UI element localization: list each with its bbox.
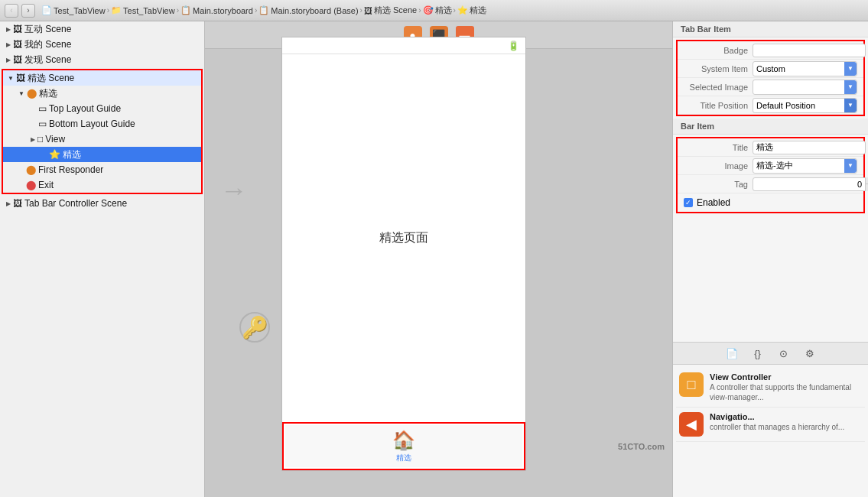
scene-发现[interactable]: ▶ 🖼 发现 Scene [0,52,204,67]
tag-stepper: ▲ ▼ [865,177,868,191]
first-responder[interactable]: ⬤ First Responder [3,162,201,177]
key-connector: 🔑 [239,312,270,343]
battery-icon: 🔋 [508,41,519,51]
arrow-connector: → [220,174,248,206]
expand-icon: ▼ [8,75,14,82]
scene-icon-5: 🖼 [364,6,372,15]
badge-input[interactable] [753,44,866,57]
scene-tab-bar-controller[interactable]: ▶ 🖼 Tab Bar Controller Scene [0,196,204,211]
scene-icon: 🖼 [13,54,22,65]
breadcrumb-item-3[interactable]: 📋 Main.storyboard [180,5,253,15]
dropdown-arrow-icon: ▼ [844,62,857,76]
guide-icon: ▭ [38,119,47,129]
navigation-controller-desc: controller that manages a hierarchy of..… [710,422,862,432]
system-item-select[interactable]: Custom ▼ [753,61,857,76]
bar-item-section-title: Bar Item [673,119,868,135]
view-controller-name: View Controller [710,372,862,382]
code-inspector-tab[interactable]: {} [749,344,767,362]
target-inspector-tab[interactable]: ⊙ [775,344,793,362]
title-label: Title [684,143,753,152]
scene-tree-sidebar: ▶ 🖼 互动 Scene ▶ 🖼 我的 Scene ▶ 🖼 发现 Scene ▼… [0,21,205,497]
badge-label: Badge [684,46,753,55]
collapse-icon: ▶ [6,41,11,48]
right-panel-spacer [673,216,868,342]
canvas-area: ● ⬛ ▬ → 🔑 🔋 精选页面 [205,21,672,497]
view-item[interactable]: ▶ □ View [3,132,201,147]
device-main-content: 精选页面 [282,54,525,421]
controller-icon: ⬤ [27,88,37,99]
title-position-select[interactable]: Default Position ▼ [753,98,857,113]
dropdown-arrow-icon-4: ▼ [844,159,857,173]
tab-item-精选[interactable]: 🏠 精选 [377,427,431,466]
breadcrumb-item-7[interactable]: ⭐ 精选 [457,5,486,16]
storyboard-icon-4: 📋 [258,5,269,15]
image-select[interactable]: 精选-选中 ▼ [753,158,857,174]
image-row: Image 精选-选中 ▼ [678,157,863,175]
view-controller-icon: □ [679,372,704,397]
scene-精选[interactable]: ▼ 🖼 精选 Scene [3,70,201,86]
selected-image-row: Selected Image ▼ [678,78,863,96]
ios-simulator: 🔋 精选页面 🏠 精选 [281,37,526,471]
top-bar: ‹ › 📄 Test_TabView › 📁 Test_TabView › 📋 … [0,0,868,21]
controller-icon-6: 🎯 [423,5,434,15]
star-icon: ⭐ [49,149,60,160]
breadcrumb-item-4[interactable]: 📋 Main.storyboard (Base) [258,5,358,15]
right-panel: Tab Bar Item Badge System Item Custom ▼ … [672,21,868,497]
folder-icon-2: 📁 [111,5,122,15]
selected-image-select[interactable]: ▼ [753,80,857,95]
title-row: Title [678,138,863,157]
tag-row: Tag ▲ ▼ [678,175,863,193]
component-list: □ View Controller A controller that supp… [673,365,868,497]
scene-icon: 🖼 [13,198,22,209]
exit-item[interactable]: ⬤ Exit [3,177,201,193]
scene-互动[interactable]: ▶ 🖼 互动 Scene [0,21,204,37]
tab-bar-item-section-title: Tab Bar Item [673,21,868,37]
tag-input-wrap: ▲ ▼ [753,177,868,191]
back-button[interactable]: ‹ [5,4,18,18]
storyboard-icon-3: 📋 [180,5,191,15]
collapse-icon: ▶ [6,57,11,63]
view-controller-component[interactable]: □ View Controller A controller that supp… [676,368,865,408]
status-bar: 🔋 [282,37,525,54]
breadcrumb-item-6[interactable]: 🎯 精选 [423,5,452,16]
page-label: 精选页面 [379,230,428,246]
scene-icon: 🖼 [16,73,25,83]
navigation-controller-icon: ◀ [679,412,704,437]
enabled-row: ✓ Enabled [678,193,863,212]
tab-bar-red-outline: 🏠 精选 [282,422,525,470]
title-position-label: Title Position [684,101,753,110]
exit-icon: ⬤ [26,180,36,190]
collapse-icon: ▶ [6,26,11,33]
tag-input[interactable] [753,180,865,189]
bottom-layout-guide[interactable]: ▭ Bottom Layout Guide [3,116,201,132]
navigation-controller-name: Navigatio... [710,412,862,421]
scene-我的[interactable]: ▶ 🖼 我的 Scene [0,37,204,52]
enabled-checkbox[interactable]: ✓ [684,198,693,207]
responder-icon: ⬤ [26,164,36,175]
breadcrumb: 📄 Test_TabView › 📁 Test_TabView › 📋 Main… [41,5,486,16]
controller-精选[interactable]: ▼ ⬤ 精选 [3,86,201,101]
jingxuan-item[interactable]: ⭐ 精选 [3,147,201,162]
guide-icon: ▭ [38,103,47,114]
title-input[interactable] [753,141,866,154]
file-inspector-tab[interactable]: 📄 [723,344,741,362]
expand-icon: ▶ [31,136,35,143]
breadcrumb-item-2[interactable]: 📁 Test_TabView [111,5,175,15]
navigation-controller-component[interactable]: ◀ Navigatio... controller that manages a… [676,408,865,442]
enabled-label: Enabled [697,197,730,208]
gear-inspector-tab[interactable]: ⚙ [801,344,819,362]
watermark: 51CTO.com [618,442,665,451]
collapse-icon: ▶ [6,200,11,207]
title-position-row: Title Position Default Position ▼ [678,96,863,115]
breadcrumb-item-1[interactable]: 📄 Test_TabView [41,5,106,15]
home-icon: 🏠 [392,430,415,451]
system-item-label: System Item [684,64,753,73]
image-value: 精选-选中 [756,160,807,171]
selected-scene-group: ▼ 🖼 精选 Scene ▼ ⬤ 精选 ▭ Top Layout Guide ▭… [2,69,203,194]
system-item-row: System Item Custom ▼ [678,60,863,78]
device-frame: 🔋 精选页面 🏠 精选 [281,37,526,471]
expand-icon: ▼ [18,90,24,97]
forward-button[interactable]: › [21,4,35,18]
breadcrumb-item-5[interactable]: 🖼 精选 Scene [364,5,417,16]
top-layout-guide[interactable]: ▭ Top Layout Guide [3,101,201,116]
